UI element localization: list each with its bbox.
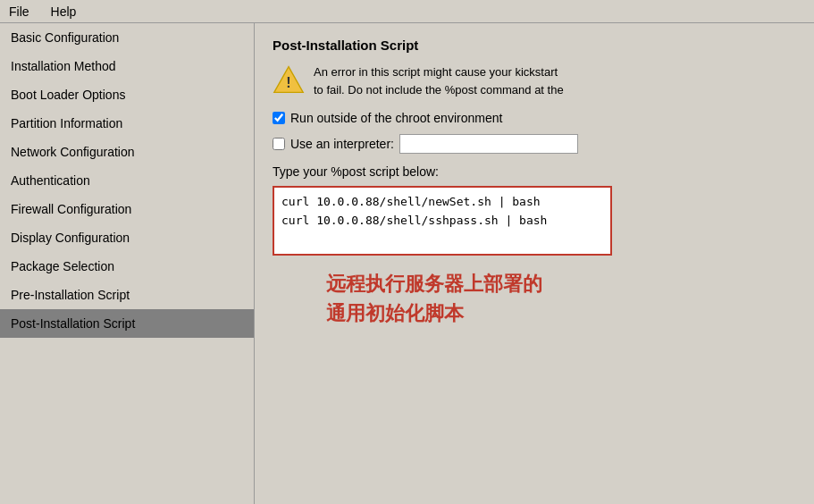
page-title: Post-Installation Script	[273, 38, 796, 53]
sidebar-item-firewall-config[interactable]: Firewall Configuration	[0, 195, 254, 223]
sidebar-item-display-config[interactable]: Display Configuration	[0, 223, 254, 252]
sidebar-item-installation-method[interactable]: Installation Method	[0, 52, 254, 80]
sidebar-item-package-selection[interactable]: Package Selection	[0, 252, 254, 281]
script-area-label: Type your %post script below:	[273, 164, 796, 179]
annotation-line2: 通用初始化脚本	[326, 298, 796, 328]
annotation-line1: 远程执行服务器上部署的	[326, 269, 796, 298]
chroot-label: Run outside of the chroot environment	[290, 111, 502, 125]
interpreter-label: Use an interpreter:	[290, 137, 394, 151]
chroot-checkbox[interactable]	[273, 112, 285, 124]
sidebar-item-authentication[interactable]: Authentication	[0, 166, 254, 195]
sidebar-item-pre-install[interactable]: Pre-Installation Script	[0, 281, 254, 309]
menu-file[interactable]: File	[4, 3, 35, 21]
menubar: File Help	[0, 0, 814, 23]
interpreter-input[interactable]	[399, 134, 578, 154]
interpreter-checkbox[interactable]	[273, 138, 285, 150]
script-textarea[interactable]	[273, 186, 612, 256]
sidebar-item-post-install[interactable]: Post-Installation Script	[0, 309, 254, 338]
warning-box: ! An error in this script might cause yo…	[273, 63, 796, 98]
sidebar: Basic Configuration Installation Method …	[0, 23, 255, 504]
main-layout: Basic Configuration Installation Method …	[0, 23, 814, 504]
warning-message: An error in this script might cause your…	[314, 63, 564, 98]
svg-text:!: !	[286, 74, 290, 90]
warning-icon: !	[273, 63, 305, 96]
sidebar-item-boot-loader[interactable]: Boot Loader Options	[0, 80, 254, 109]
menu-help[interactable]: Help	[46, 3, 82, 21]
sidebar-item-network-config[interactable]: Network Configuration	[0, 138, 254, 166]
sidebar-item-basic-config[interactable]: Basic Configuration	[0, 23, 254, 52]
annotation-text: 远程执行服务器上部署的 通用初始化脚本	[326, 269, 796, 328]
sidebar-item-partition-info[interactable]: Partition Information	[0, 109, 254, 138]
chroot-checkbox-row: Run outside of the chroot environment	[273, 111, 796, 125]
interpreter-row: Use an interpreter:	[273, 134, 796, 154]
content-area: Post-Installation Script ! An error in t…	[255, 23, 814, 504]
